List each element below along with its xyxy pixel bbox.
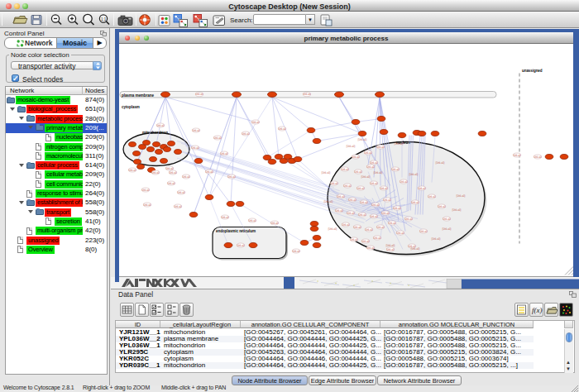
- svg-text:Unk-a0: Unk-a0: [156, 124, 164, 127]
- svg-text:Unk-a0: Unk-a0: [177, 191, 184, 194]
- svg-text:f(x): f(x): [532, 306, 543, 314]
- svg-text:(Unk-a0): (Unk-a0): [361, 175, 371, 179]
- svg-text:Unk-a0: Unk-a0: [513, 154, 520, 157]
- svg-text:(Unk-a0): (Unk-a0): [395, 142, 404, 146]
- svg-text:Unk-a0: Unk-a0: [411, 201, 419, 204]
- svg-text:(Unk-a0): (Unk-a0): [328, 227, 337, 231]
- svg-text:plasma membrane: plasma membrane: [122, 93, 154, 98]
- svg-text:Unk-a0: Unk-a0: [404, 218, 412, 221]
- svg-text:mitochondrion: mitochondrion: [142, 131, 168, 135]
- svg-text:Unk-a0: Unk-a0: [141, 189, 149, 192]
- svg-text:Unk-a0: Unk-a0: [251, 121, 259, 124]
- svg-text:(Unk-a0): (Unk-a0): [436, 161, 445, 165]
- svg-text:Unk-a0: Unk-a0: [330, 182, 337, 185]
- svg-text:Unk-a0: Unk-a0: [242, 132, 249, 136]
- svg-text:Unk-a0: Unk-a0: [341, 168, 348, 171]
- svg-text:Unk-a0: Unk-a0: [128, 169, 136, 172]
- svg-text:Unk-a0: Unk-a0: [354, 170, 361, 174]
- svg-text:Unk-a0: Unk-a0: [370, 215, 377, 218]
- svg-text:(Unk-a0): (Unk-a0): [409, 173, 419, 176]
- svg-text:(Unk-a0): (Unk-a0): [347, 145, 356, 148]
- svg-text:Unk-a0: Unk-a0: [360, 201, 367, 204]
- svg-text:Unk-a0: Unk-a0: [418, 187, 425, 190]
- svg-text:Unk-a0: Unk-a0: [393, 207, 400, 210]
- svg-text:Unk-a0: Unk-a0: [220, 152, 227, 155]
- svg-text:Unk-a0: Unk-a0: [213, 136, 221, 140]
- svg-text:Unk-a0: Unk-a0: [388, 222, 395, 225]
- svg-text:Unk-a0: Unk-a0: [347, 212, 354, 215]
- svg-text:(Unk-a0): (Unk-a0): [386, 244, 395, 247]
- svg-text:(Unk-a0): (Unk-a0): [358, 138, 367, 141]
- svg-text:(Unk-a0): (Unk-a0): [432, 237, 441, 241]
- svg-text:Unk-a0: Unk-a0: [534, 155, 541, 159]
- svg-text:Unk-a0: Unk-a0: [167, 182, 175, 185]
- svg-text:Unk-a0: Unk-a0: [370, 182, 377, 185]
- svg-text:Unk-a0: Unk-a0: [370, 161, 377, 165]
- svg-text:Unk-a0: Unk-a0: [221, 216, 228, 219]
- svg-text:Unk-a0: Unk-a0: [237, 244, 244, 247]
- svg-text:Unk-a0: Unk-a0: [192, 129, 199, 132]
- svg-text:Unk-a0: Unk-a0: [191, 146, 199, 150]
- svg-text:(Unk-a0): (Unk-a0): [324, 200, 333, 203]
- svg-text:Unk-a0: Unk-a0: [195, 93, 203, 96]
- svg-text:Unk-a0: Unk-a0: [248, 219, 256, 222]
- svg-text:Unk-a0: Unk-a0: [365, 228, 372, 232]
- svg-text:Unk-a0: Unk-a0: [371, 203, 379, 207]
- svg-text:Unk-a0: Unk-a0: [227, 175, 235, 179]
- svg-text:Unk-a0: Unk-a0: [356, 187, 364, 190]
- svg-text:1:1: 1:1: [101, 17, 107, 22]
- svg-text:Unk-a0: Unk-a0: [391, 168, 399, 171]
- svg-text:Unk-a0: Unk-a0: [376, 226, 384, 229]
- svg-text:Unk-a0: Unk-a0: [386, 248, 394, 251]
- svg-text:Unk-a0: Unk-a0: [335, 209, 342, 213]
- svg-text:unassigned: unassigned: [522, 69, 543, 73]
- svg-text:(Unk-a0): (Unk-a0): [457, 194, 466, 198]
- svg-text:Unk-a0: Unk-a0: [174, 205, 181, 208]
- svg-text:Unk-a0: Unk-a0: [400, 180, 407, 184]
- svg-text:Unk-a0: Unk-a0: [343, 184, 351, 188]
- svg-text:Unk-a0: Unk-a0: [303, 93, 310, 96]
- svg-text:Unk-a0: Unk-a0: [337, 195, 344, 198]
- svg-text:Unk-a0: Unk-a0: [182, 175, 189, 179]
- svg-text:(Unk-a0): (Unk-a0): [374, 171, 383, 174]
- svg-text:Unk-a0: Unk-a0: [169, 171, 176, 174]
- svg-text:(Unk-a0): (Unk-a0): [443, 227, 452, 231]
- svg-text:Unk-a0: Unk-a0: [358, 213, 366, 217]
- svg-text:Unk-a0: Unk-a0: [366, 246, 374, 250]
- svg-text:Unk-a0: Unk-a0: [348, 198, 356, 202]
- svg-text:(Unk-a0): (Unk-a0): [411, 247, 420, 251]
- svg-text:Unk-a0: Unk-a0: [380, 187, 387, 190]
- svg-text:Unk-a0: Unk-a0: [353, 226, 361, 229]
- svg-text:Unk-a0: Unk-a0: [428, 195, 435, 198]
- svg-text:(Unk-a0): (Unk-a0): [452, 208, 462, 212]
- svg-text:Unk-a0: Unk-a0: [381, 212, 389, 215]
- svg-text:Unk-a0: Unk-a0: [165, 167, 173, 170]
- svg-text:Unk-a0: Unk-a0: [373, 237, 380, 240]
- svg-text:Unk-a0: Unk-a0: [342, 223, 349, 227]
- svg-text:cytoplasm: cytoplasm: [122, 105, 140, 109]
- svg-text:Unk-a0: Unk-a0: [364, 151, 371, 155]
- svg-text:Unk-a0: Unk-a0: [205, 170, 213, 174]
- svg-text:Unk-a0: Unk-a0: [352, 155, 359, 159]
- svg-text:Unk-a0: Unk-a0: [443, 218, 450, 221]
- svg-text:Unk-a0: Unk-a0: [396, 232, 404, 235]
- svg-text:Unk-a0: Unk-a0: [376, 146, 384, 149]
- svg-text:Unk-a0: Unk-a0: [438, 205, 445, 208]
- svg-text:Unk-a0: Unk-a0: [143, 203, 151, 207]
- svg-text:Unk-a0: Unk-a0: [361, 240, 369, 243]
- svg-text:Unk-a0: Unk-a0: [350, 238, 357, 241]
- svg-text:Unk-a0: Unk-a0: [292, 250, 299, 253]
- svg-text:(Unk-a0): (Unk-a0): [322, 171, 331, 174]
- svg-text:Unk-a0: Unk-a0: [366, 165, 374, 169]
- svg-text:Unk-a0: Unk-a0: [383, 198, 390, 202]
- svg-text:Unk-a0: Unk-a0: [278, 127, 285, 131]
- svg-text:Unk-a0: Unk-a0: [419, 230, 427, 233]
- svg-text:Unk-a0: Unk-a0: [270, 222, 278, 225]
- svg-text:Unk-a0: Unk-a0: [151, 171, 159, 174]
